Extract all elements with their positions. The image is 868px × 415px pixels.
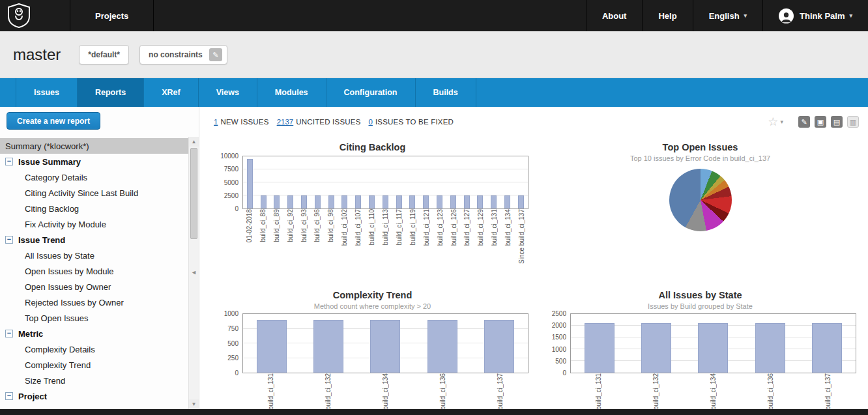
y-tick-label: 5000 [224, 179, 239, 186]
projects-tab[interactable]: Projects [70, 0, 154, 31]
x-axis: build_ci_131build_ci_132build_ci_134buil… [242, 373, 528, 409]
bar-build-ci-117[interactable] [396, 195, 402, 208]
tab-reports[interactable]: Reports [78, 78, 144, 107]
bar-build-ci-119[interactable] [409, 195, 415, 208]
scroll-up-icon[interactable]: ▲ [189, 137, 199, 147]
edit-report-icon[interactable]: ✎ [798, 116, 810, 128]
bar-build-ci-98[interactable] [328, 195, 334, 208]
x-tick-label: build_ci_134 [504, 209, 512, 246]
edit-constraints-icon[interactable]: ✎ [209, 48, 222, 61]
project-header: master *default* no constraints ✎ [0, 31, 868, 78]
bar-build-ci-134[interactable] [370, 320, 400, 373]
bar-build-ci-127[interactable] [464, 195, 470, 208]
user-menu[interactable]: Think Palm ▾ [762, 0, 868, 31]
tab-configuration[interactable]: Configuration [326, 78, 416, 107]
topbar-divider [38, 0, 70, 31]
chart-title: Top Open Issues [536, 142, 864, 152]
report-toolbar: ☆ ▾ ✎▣▤▥ [768, 115, 859, 129]
plot-area: build_ci_131build_ci_132build_ci_134buil… [570, 313, 856, 409]
report-item-citing-backlog[interactable]: Citing Backlog [0, 201, 188, 216]
y-axis: 10007505002500 [209, 313, 242, 373]
bar-build-ci-134[interactable] [504, 195, 510, 208]
tab-modules[interactable]: Modules [257, 78, 326, 107]
scrollbar-thumb[interactable] [190, 148, 197, 239]
tab-builds[interactable]: Builds [416, 78, 476, 107]
export-icon[interactable]: ▥ [847, 116, 859, 128]
report-section-issue-summary[interactable]: −Issue Summary [0, 154, 188, 169]
tab-views[interactable]: Views [199, 78, 257, 107]
tab-issues[interactable]: Issues [16, 78, 78, 107]
bar-build-ci-123[interactable] [437, 195, 442, 208]
bar-build-ci-134[interactable] [698, 323, 728, 373]
about-link[interactable]: About [586, 0, 643, 31]
copy-report-icon[interactable]: ▣ [815, 116, 826, 128]
report-section-project[interactable]: −Project [0, 388, 188, 404]
bar-build-ci-89[interactable] [274, 195, 280, 208]
bar-build-ci-93[interactable] [301, 195, 307, 208]
report-item-open-issues-by-module[interactable]: Open Issues by Module [0, 263, 188, 279]
report-item-open-issues-by-owner[interactable]: Open Issues by Owner [0, 279, 188, 294]
bar-build-ci-129[interactable] [477, 195, 483, 208]
collapse-minus-icon[interactable]: − [5, 330, 13, 337]
report-item-rejected-issues-by-owner[interactable]: Rejected Issues by Owner [0, 294, 188, 310]
report-item-category-details[interactable]: Category Details [0, 169, 188, 185]
bar-build-ci-132[interactable] [641, 323, 671, 373]
x-tick-label: build_ci_126 [450, 209, 457, 246]
bar-build-ci-137[interactable] [484, 320, 514, 373]
bar-build-ci-136[interactable] [755, 323, 785, 373]
bar-build-ci-131[interactable] [257, 320, 287, 373]
tab-xref[interactable]: XRef [144, 78, 198, 107]
pie-chart[interactable] [669, 169, 732, 231]
plot [242, 156, 528, 209]
sidebar-scrollbar[interactable]: ▲ ◄ ▼ [188, 137, 199, 409]
report-item-complexity-details[interactable]: Complexity Details [0, 341, 188, 357]
klocwork-logo-icon[interactable] [0, 0, 38, 31]
x-tick: build_ci_89 [270, 209, 283, 276]
report-item-complexity-trend[interactable]: Complexity Trend [0, 357, 188, 373]
report-item-all-issues-by-state[interactable]: All Issues by State [0, 248, 188, 263]
constraints-chip[interactable]: no constraints ✎ [139, 45, 227, 64]
collapse-minus-icon[interactable]: − [5, 392, 13, 400]
bars [243, 314, 528, 373]
print-icon[interactable]: ▤ [831, 116, 843, 128]
bar-build-ci-107[interactable] [355, 195, 361, 208]
chart-subtitle: Top 10 issues by Error Code in build_ci_… [536, 154, 864, 162]
report-item-size-trend[interactable]: Size Trend [0, 373, 188, 388]
bar-01-02-2018[interactable] [247, 159, 253, 208]
report-section-issue-trend[interactable]: −Issue Trend [0, 232, 188, 248]
bar-build-ci-113[interactable] [383, 195, 388, 208]
bar-build-ci-136[interactable] [427, 320, 457, 373]
language-label: English [709, 11, 740, 21]
default-view-chip[interactable]: *default* [79, 45, 129, 64]
bar-build-ci-92[interactable] [287, 195, 293, 208]
collapse-minus-icon[interactable]: − [5, 158, 13, 165]
bar-build-ci-126[interactable] [450, 195, 456, 208]
bar-build-ci-132[interactable] [313, 320, 343, 373]
report-section-metric[interactable]: −Metric [0, 326, 188, 341]
language-selector[interactable]: English ▾ [693, 0, 762, 31]
scroll-down-icon[interactable]: ▼ [189, 399, 199, 409]
bar-since-build-ci-137[interactable] [518, 195, 524, 208]
bar-build-ci-110[interactable] [369, 195, 375, 208]
status-count-link[interactable]: 2137 [277, 118, 294, 126]
bar-build-ci-96[interactable] [315, 195, 321, 208]
bar-build-ci-137[interactable] [812, 323, 842, 373]
create-report-button[interactable]: Create a new report [7, 112, 100, 130]
collapse-minus-icon[interactable]: − [5, 236, 13, 244]
bar-build-ci-88[interactable] [261, 195, 267, 208]
bar-build-ci-121[interactable] [423, 195, 429, 208]
help-link[interactable]: Help [642, 0, 692, 31]
bar-build-ci-102[interactable] [341, 195, 347, 208]
report-item-fix-activity-by-module[interactable]: Fix Activity by Module [0, 216, 188, 232]
bar-build-ci-131[interactable] [491, 195, 497, 208]
report-item-project-configuration[interactable]: Project Configuration [0, 404, 188, 409]
collapse-sidebar-icon[interactable]: ◄ [191, 269, 197, 276]
x-tick-label: build_ci_107 [354, 209, 362, 246]
status-count-link[interactable]: 0 [369, 118, 373, 126]
report-item-top-open-issues[interactable]: Top Open Issues [0, 310, 188, 326]
report-item-summary[interactable]: Summary (*klocwork*) [0, 138, 188, 154]
report-item-citing-activity-since-last-build[interactable]: Citing Activity Since Last Build [0, 185, 188, 201]
status-count-link[interactable]: 1 [214, 118, 218, 126]
favorite-star-icon[interactable]: ☆ ▾ [768, 115, 783, 129]
bar-build-ci-131[interactable] [585, 323, 615, 373]
